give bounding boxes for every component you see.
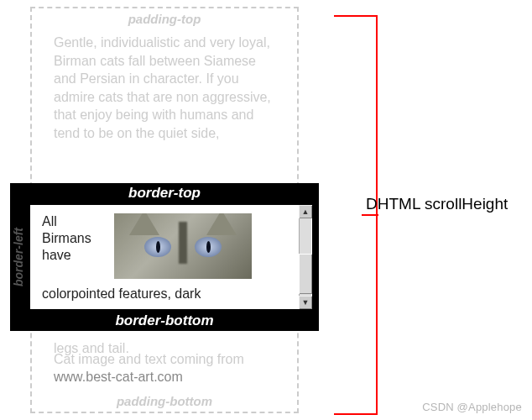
border-left-label: border-left [8,183,29,331]
border-bottom-label: border-bottom [10,312,319,329]
scroll-down-arrow-icon[interactable]: ▼ [299,296,312,309]
padding-top-label: padding-top [32,12,297,26]
viewport-box: border-left border-top border-bottom All… [10,183,319,331]
watermark: CSDN @Applehope [422,401,522,413]
scroll-thumb[interactable] [299,254,312,294]
viewport-content: All Birmans have colorpointed features, … [30,205,299,309]
border-top-label: border-top [10,185,319,202]
ghost-paragraph: Gentle, individualistic and very loyal, … [54,34,279,143]
ghost-source-line: Cat image and text coming from www.best-… [54,350,279,386]
ghost-source-prefix: Cat image and text coming from [54,352,244,366]
padding-bottom-label: padding-bottom [32,394,297,408]
viewport-inner: All Birmans have colorpointed features, … [30,205,312,309]
scroll-up-arrow-icon[interactable]: ▲ [299,205,312,218]
cat-image [114,213,252,279]
legend-label: DHTML scrollHeight [366,195,508,213]
scrollheight-bracket [334,15,378,415]
content-text-after: colorpointed features, dark [42,286,290,302]
content-text-before: All Birmans have [42,213,106,264]
ghost-source-link: www.best-cat-art.com [54,370,183,384]
vertical-scrollbar[interactable]: ▲ ▼ [299,205,312,309]
